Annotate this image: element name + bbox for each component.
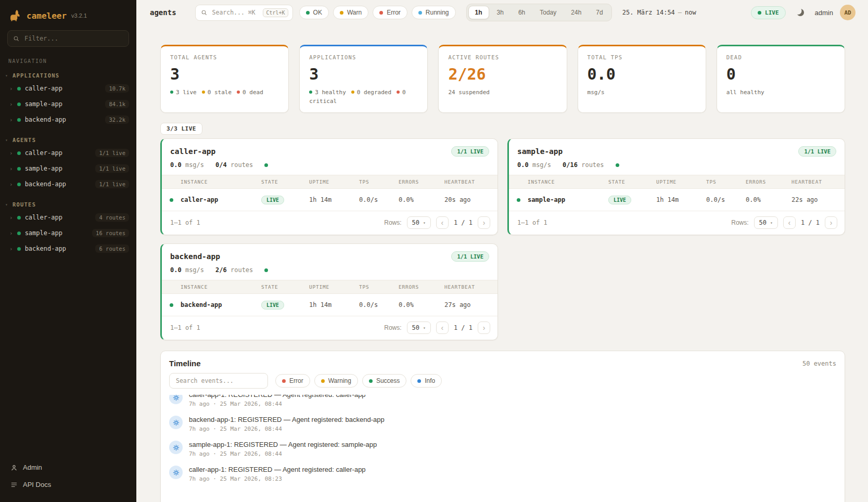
sidebar-section: ▾ROUTES›caller-app4 routes›sample-app16 …: [0, 199, 136, 256]
filter-chip-warn[interactable]: Warn: [333, 6, 368, 19]
live-status-pill[interactable]: LIVE: [751, 6, 786, 19]
sidebar-item-backend-app[interactable]: ›backend-app32.2k: [0, 112, 136, 127]
timeline-event: caller-app-1: REGISTERED — Agent registe…: [169, 461, 836, 486]
date-range-start: 25. März 14:54: [622, 9, 675, 16]
time-range-24h[interactable]: 24h: [564, 6, 588, 19]
search-input[interactable]: [211, 8, 259, 17]
table-row[interactable]: backend-appLIVE1h 14m0.0/s0.0%27s ago: [162, 294, 497, 316]
rows-label: Rows:: [384, 324, 401, 331]
gear-icon: [169, 441, 183, 454]
filter-chip-error[interactable]: Error: [275, 374, 310, 388]
time-range-today[interactable]: Today: [533, 6, 563, 19]
sidebar-item-badge: 84.1k: [105, 100, 129, 108]
status-dot: [306, 11, 310, 15]
chevron-right-icon: ›: [9, 230, 13, 236]
status-dot: [517, 198, 520, 202]
filter-input[interactable]: [23, 34, 123, 43]
app-card-title[interactable]: sample-app: [517, 147, 563, 156]
sidebar-item-admin[interactable]: Admin: [5, 459, 131, 475]
instance-cell: sample-app: [528, 196, 608, 203]
page-indicator: 1 / 1: [801, 219, 820, 226]
filter-chip-success[interactable]: Success: [362, 374, 406, 388]
rows-per-page-select[interactable]: 50▾: [754, 216, 778, 229]
errors-cell: 0.0%: [399, 196, 444, 203]
sidebar-section-header[interactable]: ▾APPLICATIONS: [0, 70, 136, 81]
uptime-cell: 1h 14m: [656, 196, 706, 203]
prev-page-button[interactable]: ‹: [783, 216, 796, 229]
status-dot: [397, 91, 400, 94]
row-range-label: 1–1 of 1: [517, 219, 547, 226]
sidebar-item-api-docs[interactable]: API Docs: [5, 477, 131, 493]
avatar[interactable]: AD: [840, 5, 856, 20]
tps-cell: 0.0/s: [359, 301, 399, 308]
column-header: INSTANCE: [528, 179, 608, 185]
sidebar-item-caller-app[interactable]: ›caller-app4 routes: [0, 210, 136, 225]
filter-chip-error[interactable]: Error: [373, 6, 407, 19]
timeline-event-count: 50 events: [802, 360, 836, 367]
status-dot: [17, 216, 21, 220]
sidebar-item-label: backend-app: [25, 181, 66, 188]
stat-card: DEAD0all healthy: [717, 45, 845, 113]
stat-value: 3: [309, 65, 418, 83]
sidebar-item-badge: 4 routes: [95, 213, 129, 222]
sidebar-item-caller-app[interactable]: ›caller-app1/1 live: [0, 145, 136, 161]
timeline-event-list[interactable]: caller-app-1: REGISTERED — Agent registe…: [161, 395, 845, 486]
rows-per-page-select[interactable]: 50▾: [407, 321, 431, 334]
username: admin: [815, 9, 833, 17]
sidebar-section-header[interactable]: ▾AGENTS: [0, 135, 136, 145]
sidebar-filter[interactable]: [7, 30, 129, 47]
time-range-1h[interactable]: 1h: [468, 6, 489, 19]
sidebar-item-caller-app[interactable]: ›caller-app10.7k: [0, 81, 136, 96]
rows-value: 50: [412, 324, 419, 331]
column-header: UPTIME: [656, 179, 706, 185]
next-page-button[interactable]: ›: [478, 216, 490, 229]
time-range-6h[interactable]: 6h: [512, 6, 532, 19]
sidebar-item-backend-app[interactable]: ›backend-app6 routes: [0, 241, 136, 256]
dark-mode-toggle[interactable]: [793, 5, 808, 20]
prev-page-button[interactable]: ‹: [436, 216, 449, 229]
time-range-group: 1h3h6hToday24h7d: [466, 4, 612, 21]
sidebar-item-sample-app[interactable]: ›sample-app16 routes: [0, 225, 136, 241]
prev-page-button[interactable]: ‹: [436, 321, 449, 334]
status-dot: [321, 379, 325, 383]
sidebar-item-sample-app[interactable]: ›sample-app84.1k: [0, 96, 136, 112]
uptime-cell: 1h 14m: [309, 196, 359, 203]
time-range-7d[interactable]: 7d: [589, 6, 609, 19]
sidebar-item-sample-app[interactable]: ›sample-app1/1 live: [0, 161, 136, 176]
rows-per-page-select[interactable]: 50▾: [407, 216, 431, 229]
api-docs-icon: [10, 481, 18, 488]
global-search[interactable]: Ctrl+K: [195, 5, 293, 21]
app-card-title[interactable]: caller-app: [170, 147, 215, 156]
sidebar-section-header[interactable]: ▾ROUTES: [0, 199, 136, 210]
sidebar-section: ▾AGENTS›caller-app1/1 live›sample-app1/1…: [0, 135, 136, 192]
table-row[interactable]: sample-appLIVE1h 14m0.0/s0.0%22s ago: [509, 189, 845, 211]
chevron-right-icon: ›: [9, 215, 13, 221]
column-header: STATE: [261, 284, 309, 290]
search-icon: [13, 35, 19, 42]
timeline-search[interactable]: [169, 373, 268, 389]
chip-label: OK: [313, 9, 322, 16]
table-row[interactable]: caller-appLIVE1h 14m0.0/s0.0%20s ago: [162, 189, 497, 211]
instance-cell: caller-app: [181, 196, 261, 203]
filter-chip-warning[interactable]: Warning: [314, 374, 358, 388]
timeline-event: sample-app-1: REGISTERED — Agent registe…: [169, 436, 836, 461]
live-badge: 1/1 LIVE: [451, 146, 489, 157]
next-page-button[interactable]: ›: [825, 216, 837, 229]
live-dot: [758, 11, 761, 15]
column-header: INSTANCE: [181, 179, 261, 185]
timeline-search-input[interactable]: [175, 377, 262, 385]
timeline-filters: ErrorWarningSuccessInfo: [161, 373, 845, 395]
app-card-title[interactable]: backend-app: [170, 252, 220, 261]
admin-icon: [10, 464, 18, 471]
app-version: v3.2.1: [71, 12, 87, 19]
filter-chip-info[interactable]: Info: [411, 374, 442, 388]
status-dot: [170, 91, 173, 94]
sidebar-item-backend-app[interactable]: ›backend-app1/1 live: [0, 176, 136, 192]
app-card-caller-app: caller-app1/1 LIVE0.0 msg/s0/4 routesINS…: [160, 138, 498, 235]
status-dot: [170, 303, 173, 307]
time-range-3h[interactable]: 3h: [490, 6, 510, 19]
next-page-button[interactable]: ›: [478, 321, 490, 334]
filter-chip-running[interactable]: Running: [412, 6, 456, 19]
filter-chip-ok[interactable]: OK: [299, 6, 329, 19]
live-badge: 1/1 LIVE: [798, 146, 836, 157]
